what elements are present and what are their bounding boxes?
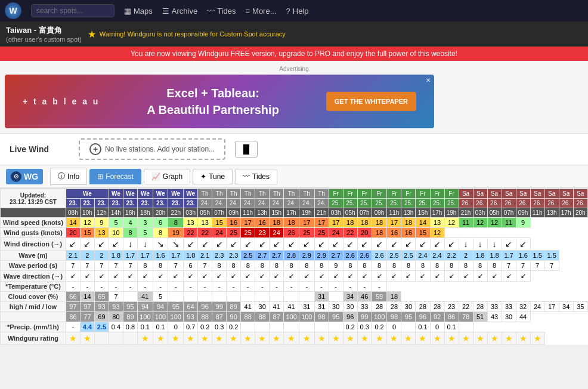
update-cell: Updated: 23.12. 13:29 CST — [1, 189, 66, 208]
tab-tides[interactable]: 〰 Tides — [235, 169, 277, 184]
day-header-row: Updated: 23.12. 13:29 CST We We We We We… — [1, 189, 588, 199]
tides-icon-tab: 〰 — [243, 172, 250, 181]
tab-graph[interactable]: 📈 Graph — [144, 169, 190, 184]
day-sat-9: Sa — [573, 189, 587, 199]
day-sat-2: Sa — [473, 189, 487, 199]
precipitation-row: *Precip. (mm/1h) - 4.4 2.5 0.4 0.8 0.1 0… — [1, 322, 588, 332]
ad-banner[interactable]: + t a b l e a u Excel + Tableau:A Beauti… — [5, 75, 434, 128]
nav-archive[interactable]: ☰ Archive — [162, 7, 197, 16]
cloud-low-row: 86 77 69 80 89 100 100 100 93 88 87 90 8… — [1, 312, 588, 322]
day-sat-5: Sa — [516, 189, 530, 199]
main-tab-bar: ⊙ WG ⓘ Info ⊞ Forecast 📈 Graph ✦ Tune 〰 … — [0, 165, 588, 189]
day-wed-6: We — [168, 189, 184, 199]
add-station-button[interactable]: + No live stations. Add your station... — [79, 138, 225, 160]
nav-help[interactable]: ? Help — [286, 7, 309, 16]
pro-upgrade-banner[interactable]: You are now viewing Windguru FREE versio… — [0, 47, 588, 61]
windguru-logo[interactable]: W — [5, 2, 21, 19]
wind-speed-icon: ▐▌ — [235, 141, 258, 158]
forecast-section: Updated: 23.12. 13:29 CST We We We We We… — [0, 189, 588, 345]
star-icon: ★ — [88, 29, 96, 40]
search-input[interactable] — [31, 4, 114, 17]
day-thu-6: Th — [270, 189, 284, 199]
wave-height-row: Wave (m) 2.1 2 2 1.8 1.7 1.7 1.6 1.7 1.8… — [1, 251, 588, 261]
forecast-table: Updated: 23.12. 13:29 CST We We We We We… — [0, 189, 588, 345]
location-bar: Taiwan - 富貴角 (other user's custom spot) … — [0, 21, 588, 47]
day-thu-3: Th — [227, 189, 241, 199]
ad-logo: + t a b l e a u — [23, 97, 100, 106]
windguru-rating-row: Windguru rating ★ ★ ★ ★ ★ ★ ★ ★ ★ ★ ★ ★ … — [1, 332, 588, 345]
day-thu-1: Th — [198, 189, 212, 199]
day-fri-9: Fr — [444, 189, 459, 199]
day-sat-4: Sa — [502, 189, 516, 199]
live-wind-bar: Live Wind + No live stations. Add your s… — [0, 134, 588, 165]
info-icon: ⓘ — [58, 171, 65, 181]
tab-info[interactable]: ⓘ Info — [50, 168, 87, 185]
nav-tides[interactable]: 〰 Tides — [207, 7, 236, 16]
day-fri-4: Fr — [372, 189, 387, 199]
forecast-icon: ⊞ — [97, 172, 103, 181]
ad-close-icon[interactable]: ✕ — [426, 77, 431, 84]
day-sat-7: Sa — [544, 189, 559, 199]
day-fri-3: Fr — [357, 189, 372, 199]
nav-maps[interactable]: ▦ Maps — [124, 7, 153, 16]
day-sat-6: Sa — [530, 189, 544, 199]
help-icon: ? — [286, 7, 290, 16]
tune-icon: ✦ — [200, 172, 206, 181]
wave-direction-row: Wave direction (→) ↙ ↙ ↙ ↙ ↙ ↙ ↙ ↙ ↙ ↙ ↙… — [1, 271, 588, 282]
cloud-cover-row: Cloud cover (%) 66 14 65 7 41 5 31 34 46… — [1, 292, 588, 302]
day-wed-1: We — [66, 189, 109, 199]
wind-gusts-row: Wind gusts (knots) 20 15 13 10 8 5 8 19 … — [1, 228, 588, 238]
top-navigation: W ▦ Maps ☰ Archive 〰 Tides ≡ More... ? H… — [0, 0, 588, 21]
day-sat-8: Sa — [559, 189, 573, 199]
wind-direction-row: Wind direction (→) ↙ ↙ ↙ ↙ ↓ ↓ ↘ ↘ ↙ ↙ ↙… — [1, 238, 588, 251]
day-thu-9: Th — [314, 189, 329, 199]
ad-text: Excel + Tableau:A Beautiful Partnership — [147, 85, 279, 118]
wg-tab-label: WG — [24, 172, 38, 181]
day-fri-8: Fr — [430, 189, 444, 199]
day-fri-6: Fr — [401, 189, 416, 199]
day-thu-7: Th — [284, 189, 299, 199]
location-warning: ★ Warning! Windguru is not responsible f… — [88, 29, 286, 40]
tides-icon: 〰 — [207, 7, 215, 16]
wave-period-row: Wave period (s) 7 7 7 7 7 8 8 7 6 7 8 8 … — [1, 261, 588, 271]
day-thu-5: Th — [255, 189, 270, 199]
day-fri-7: Fr — [416, 189, 430, 199]
wind-bars-icon: ▐▌ — [240, 144, 252, 154]
cloud-levels-row: high / mid / low 97 97 93 93 95 94 94 95… — [1, 302, 588, 312]
location-sub: (other user's custom spot) — [6, 36, 82, 43]
day-fri-1: Fr — [329, 189, 343, 199]
temperature-row: *Temperature (°C) - - - - - - - - - - - … — [1, 282, 588, 292]
day-wed-3: We — [123, 189, 137, 199]
day-wed-4: We — [137, 189, 153, 199]
wind-speed-row: Wind speed (knots) 14 12 9 5 4 3 6 8 13 … — [1, 218, 588, 228]
archive-icon: ☰ — [162, 7, 169, 16]
day-sat-3: Sa — [487, 189, 502, 199]
day-fri-2: Fr — [343, 189, 357, 199]
tab-tune[interactable]: ✦ Tune — [193, 169, 233, 184]
ad-label: Advertising — [5, 66, 583, 72]
wg-brand-icon: ⊙ — [11, 171, 21, 182]
day-wed-7: We — [184, 189, 198, 199]
hour-row: 08h 10h 12h 14h 16h 18h 20h 22h 03h 05h … — [1, 208, 588, 218]
location-info: Taiwan - 富貴角 (other user's custom spot) — [6, 25, 82, 43]
ad-cta-button[interactable]: GET THE WHITEPAPER — [326, 92, 416, 111]
day-thu-8: Th — [299, 189, 314, 199]
day-thu-4: Th — [241, 189, 255, 199]
advertisement-area: Advertising + t a b l e a u Excel + Tabl… — [0, 61, 588, 134]
day-wed-5: We — [153, 189, 168, 199]
day-thu-2: Th — [212, 189, 227, 199]
add-icon: + — [89, 143, 101, 155]
day-sat-1: Sa — [459, 189, 473, 199]
no-station-text: No live stations. Add your station... — [105, 145, 215, 153]
tab-forecast[interactable]: ⊞ Forecast — [89, 169, 141, 184]
day-wed-2: We — [109, 189, 123, 199]
nav-more[interactable]: ≡ More... — [245, 7, 276, 16]
date-row: 23. 23. 23. 23. 23. 23. 23. 23. 23. 24. … — [1, 199, 588, 208]
live-wind-label: Live Wind — [10, 144, 69, 154]
graph-icon: 📈 — [151, 172, 160, 181]
location-name: Taiwan - 富貴角 — [6, 25, 82, 36]
day-fri-5: Fr — [387, 189, 401, 199]
more-icon: ≡ — [245, 7, 250, 16]
maps-icon: ▦ — [124, 7, 131, 16]
wg-logo-tab[interactable]: ⊙ WG — [6, 169, 43, 184]
